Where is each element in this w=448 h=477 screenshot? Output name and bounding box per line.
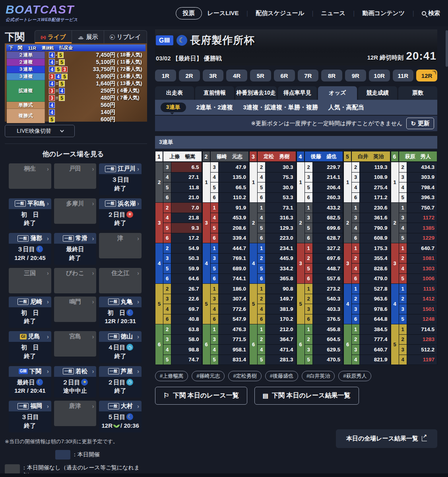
odds-value[interactable]: 699.6: [313, 223, 343, 233]
venue-card[interactable]: 住之江›: [99, 268, 142, 293]
odds-value[interactable]: 129.3: [266, 223, 296, 233]
odds-value[interactable]: 47.9: [219, 162, 249, 172]
odds-value[interactable]: 9.3: [171, 223, 202, 233]
odds-value[interactable]: 1172: [407, 213, 437, 223]
venue-card[interactable]: 一般芦屋›２日目◷終了: [99, 366, 142, 398]
odds-value[interactable]: 91.9: [219, 203, 249, 213]
odds-value[interactable]: 689.0: [219, 264, 249, 273]
odds-value[interactable]: 1385: [407, 223, 437, 233]
odds-value[interactable]: 445.9: [266, 254, 296, 264]
odds-value[interactable]: 208.6: [219, 223, 249, 233]
nav-item-検索[interactable]: 検索: [422, 10, 440, 17]
odds-value[interactable]: 384.5: [360, 324, 390, 334]
odds-value[interactable]: 361.6: [360, 213, 390, 223]
odds-value[interactable]: 175.3: [360, 243, 390, 253]
nav-item-ニュース[interactable]: ニュース: [321, 10, 345, 17]
odds-value[interactable]: 22.6: [171, 294, 202, 304]
odds-value[interactable]: 448.7: [313, 264, 343, 273]
odds-value[interactable]: 355.4: [360, 254, 390, 264]
odds-value[interactable]: 396.3: [407, 193, 437, 203]
venue-card[interactable]: 鳴門›: [54, 297, 97, 322]
odds-value[interactable]: 110.2: [219, 193, 249, 203]
venue-card[interactable]: 一般浜名湖›２日目☀終了: [99, 198, 142, 230]
venue-card[interactable]: 一般若松›２日目★途中中止: [54, 366, 97, 398]
odds-value[interactable]: 777.4: [360, 335, 390, 345]
live-video-switch-button[interactable]: LIVE映像切替: [5, 125, 75, 137]
odds-value[interactable]: 73.1: [266, 203, 296, 213]
odds-value[interactable]: 17.2: [171, 233, 202, 243]
venue-card[interactable]: 一般福岡›３日目終了: [9, 401, 51, 432]
odds-value[interactable]: 206.4: [313, 182, 343, 192]
race-button-4R[interactable]: 4R: [226, 70, 247, 81]
odds-value[interactable]: 433.2: [313, 203, 343, 213]
race-button-5R[interactable]: 5R: [250, 70, 271, 81]
nav-item-配信スケジュール[interactable]: 配信スケジュール: [256, 10, 304, 17]
odds-value[interactable]: 434.3: [407, 162, 437, 172]
odds-value[interactable]: 547.9: [219, 314, 249, 324]
odds-value[interactable]: 339.4: [219, 233, 249, 243]
odds-value[interactable]: 403.3: [313, 304, 343, 314]
odds-value[interactable]: 281.3: [266, 355, 296, 365]
subtab-3連複・拡連複・単勝・複勝[interactable]: 3連複・拡連複・単勝・複勝: [243, 104, 318, 111]
odds-value[interactable]: 26.7: [171, 284, 202, 294]
race-button-3R[interactable]: 3R: [203, 70, 224, 81]
venue-card[interactable]: 一般徳山›４日目◷終了: [99, 331, 142, 363]
odds-value[interactable]: 1283: [407, 335, 437, 345]
odds-value[interactable]: 30.3: [266, 162, 296, 172]
odds-value[interactable]: 376.5: [313, 314, 343, 324]
race-button-1R[interactable]: 1R: [155, 70, 176, 81]
hashtag-button[interactable]: #白井英治: [302, 371, 335, 381]
odds-value[interactable]: 135.0: [219, 173, 249, 182]
odds-value[interactable]: 260.3: [313, 193, 343, 203]
tab-得点率早見[interactable]: 得点率早見: [278, 86, 317, 100]
venue-card[interactable]: 一般蒲郡›３日目☾12R / 20:45: [9, 233, 51, 265]
race-button-2R[interactable]: 2R: [179, 70, 200, 81]
tab-オッズ[interactable]: オッズ: [318, 86, 357, 100]
logo[interactable]: BOATCAST 公式ボートレースWEB配信サービス: [6, 4, 78, 23]
tab-票数[interactable]: 票数: [398, 86, 437, 100]
odds-value[interactable]: 471.4: [266, 345, 296, 355]
venue-card[interactable]: 一般平和島›初 日終了: [9, 198, 51, 230]
refresh-button[interactable]: ↻ 更新: [406, 118, 434, 129]
venue-card[interactable]: 一般尼崎›初 日終了: [9, 297, 51, 328]
race-result-list-button[interactable]: ▤ 下関 本日のレース結果一覧: [254, 387, 359, 405]
hashtag-button[interactable]: #後藤盛也: [265, 371, 298, 381]
odds-value[interactable]: 53.3: [266, 193, 296, 203]
odds-value[interactable]: 540.3: [313, 294, 343, 304]
odds-value[interactable]: 186.0: [219, 284, 249, 294]
venue-card[interactable]: 三国›: [9, 268, 51, 293]
odds-value[interactable]: 629.5: [313, 345, 343, 355]
odds-value[interactable]: 11.8: [171, 182, 202, 192]
odds-value[interactable]: 69.7: [171, 304, 202, 314]
odds-value[interactable]: 628.7: [313, 233, 343, 243]
odds-value[interactable]: 456.8: [313, 324, 343, 334]
odds-value[interactable]: 828.6: [360, 264, 390, 273]
venue-card[interactable]: 一般常滑›最終日終了: [54, 233, 97, 265]
race-button-10R[interactable]: 10R: [369, 70, 390, 81]
venue-card[interactable]: 一般丸亀›初 日☾12R / 20:31: [99, 297, 142, 328]
odds-value[interactable]: 6.5: [171, 162, 202, 172]
venue-card[interactable]: 一般江戸川›３日目終了: [99, 163, 142, 195]
odds-value[interactable]: 75.3: [266, 173, 296, 182]
hashtag-button[interactable]: #上條暢嵩: [155, 371, 188, 381]
venue-card[interactable]: 戸田›: [54, 163, 97, 189]
race-button-6R[interactable]: 6R: [274, 70, 295, 81]
race-button-12R[interactable]: 12R: [416, 70, 437, 81]
odds-value[interactable]: 453.9: [219, 213, 249, 223]
odds-value[interactable]: 214.1: [313, 173, 343, 182]
odds-value[interactable]: 230.6: [360, 203, 390, 213]
odds-value[interactable]: 479.0: [360, 274, 390, 284]
odds-value[interactable]: 512.2: [407, 345, 437, 355]
nav-item-動画コンテンツ[interactable]: 動画コンテンツ: [363, 10, 405, 17]
race-button-11R[interactable]: 11R: [393, 70, 414, 81]
odds-value[interactable]: 608.9: [360, 233, 390, 243]
odds-value[interactable]: 303.9: [407, 173, 437, 182]
odds-value[interactable]: 831.4: [219, 355, 249, 365]
venue-card[interactable]: 桐生›: [9, 163, 51, 189]
odds-value[interactable]: 229.7: [313, 162, 343, 172]
odds-value[interactable]: 21.0: [171, 193, 202, 203]
subtab-人気・高配当[interactable]: 人気・高配当: [328, 104, 364, 111]
odds-value[interactable]: 30.9: [266, 182, 296, 192]
race-button-7R[interactable]: 7R: [298, 70, 319, 81]
odds-value[interactable]: 275.4: [360, 182, 390, 192]
